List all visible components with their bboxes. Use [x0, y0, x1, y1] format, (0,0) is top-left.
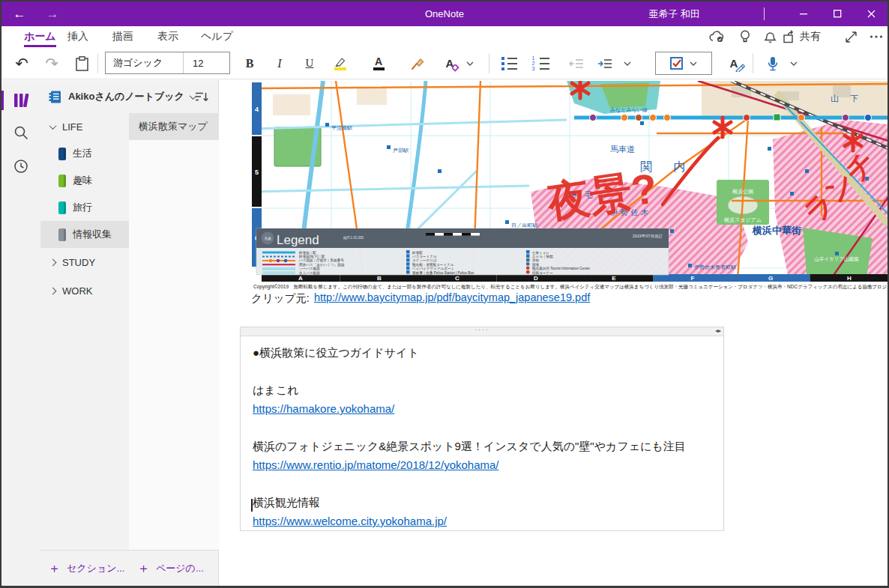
numbered-list-button[interactable]: 1 2 3 — [528, 51, 553, 76]
notifications-bell-icon[interactable] — [759, 28, 781, 46]
sort-icon[interactable] — [195, 91, 208, 103]
microphone-icon — [767, 56, 779, 71]
legend-item: 警察署｜交番 Police Station | Police Box — [412, 270, 474, 276]
section-group-study[interactable]: STUDY — [40, 248, 129, 276]
font-name-select[interactable]: 游ゴシック — [106, 56, 183, 70]
ink-editor-button[interactable]: A — [721, 51, 747, 76]
clipped-map-image[interactable]: みなとみらい線 関 内 馬車道 横浜中華街 山 下 野 毛 伊勢佐木 平沼橋駅 … — [252, 81, 888, 282]
minimize-icon — [800, 10, 808, 18]
section-group-label: WORK — [62, 285, 92, 297]
container-drag-handle[interactable]: ∙∙∙∙ ◂▸ — [241, 327, 723, 336]
undo-icon: ↶ — [15, 55, 28, 73]
share-button[interactable]: 共有 — [783, 28, 821, 46]
note-text-body[interactable]: ●横浜散策に役立つガイドサイト はまこれ https://hamakore.yo… — [241, 336, 723, 530]
legend-item: タクシーのりば — [412, 258, 437, 262]
legend-item: 学校 — [532, 258, 540, 262]
map-col-label: E — [612, 275, 616, 282]
note-text-container[interactable]: ∙∙∙∙ ◂▸ ●横浜散策に役立つガイドサイト はまこれ https://ham… — [240, 327, 724, 531]
add-page-label: ページの... — [156, 562, 204, 575]
map-label-hinodecho-sta: 日ノ出町駅 — [511, 222, 537, 228]
format-painter-button[interactable] — [405, 51, 430, 76]
underline-button[interactable]: U — [297, 51, 322, 76]
lightbulb-icon[interactable] — [734, 28, 756, 46]
tab-view[interactable]: 表示 — [157, 26, 178, 47]
tab-insert[interactable]: 挿入 — [67, 26, 88, 47]
sync-cloud-icon[interactable] — [706, 28, 729, 46]
close-icon — [867, 10, 876, 18]
redo-icon: ↷ — [45, 55, 58, 73]
paste-clipboard-icon — [76, 56, 88, 71]
redo-button[interactable]: ↷ — [39, 51, 64, 76]
paste-button[interactable] — [69, 51, 94, 76]
recent-notes-button[interactable] — [1, 151, 40, 181]
map-label-isezaki-chojamachi-sta: 伊勢佐木長者町駅 — [694, 264, 736, 270]
map-label-chinatown: 横浜中華街 — [752, 225, 801, 236]
map-col-label: A — [298, 275, 303, 282]
section-group-work[interactable]: WORK — [40, 276, 129, 305]
page-canvas[interactable]: みなとみらい線 関 内 馬車道 横浜中華街 山 下 野 毛 伊勢佐木 平沼橋駅 … — [220, 80, 888, 586]
resize-arrows-icon[interactable]: ◂▸ — [715, 327, 721, 334]
add-section-button[interactable]: ＋ セクション... — [40, 551, 130, 586]
notebook-header[interactable]: Akikoさんのノートブック — [40, 80, 219, 113]
note-line[interactable]: 横浜のフォトジェニック&絶景スポット9選！インスタで人気の"壁"やカフェにも注目 — [253, 437, 711, 455]
section-label: 情報収集 — [73, 228, 112, 241]
font-color-button[interactable]: A — [366, 51, 391, 76]
map-col-label: H — [847, 275, 852, 282]
note-blank-line[interactable] — [253, 362, 711, 381]
page-item-yokohama-map[interactable]: 横浜散策マップ — [129, 113, 219, 140]
tab-help[interactable]: ヘルプ — [201, 26, 233, 47]
section-color-tab — [58, 175, 66, 187]
highlighter-button[interactable] — [328, 51, 353, 76]
italic-button[interactable]: I — [267, 51, 292, 76]
add-page-button[interactable]: ＋ ページの... — [130, 551, 219, 586]
todo-tag-button[interactable] — [655, 52, 712, 75]
more-ellipsis-icon[interactable] — [865, 28, 888, 46]
note-link[interactable]: https://hamakore.yokohama/ — [253, 402, 394, 415]
note-blank-line[interactable] — [253, 418, 711, 437]
legend-revision: 2019年07月改訂 — [633, 234, 663, 239]
decrease-indent-button[interactable] — [564, 51, 589, 76]
increase-indent-button[interactable] — [592, 51, 618, 76]
section-item-ryoko[interactable]: 旅行 — [40, 194, 129, 221]
enter-fullscreen-icon[interactable] — [840, 28, 862, 46]
maximize-button[interactable] — [821, 1, 855, 26]
notebooks-button[interactable] — [1, 85, 40, 115]
styles-button[interactable]: A — [437, 51, 462, 76]
map-col-label: D — [534, 275, 538, 282]
undo-button[interactable]: ↶ — [9, 51, 34, 76]
map-col-label: B — [377, 275, 382, 282]
bullet-list-button[interactable] — [496, 51, 522, 76]
note-link[interactable]: https://www.rentio.jp/matome/2018/12/yok… — [253, 458, 499, 471]
bold-button[interactable]: B — [237, 51, 262, 76]
minimize-button[interactable] — [787, 1, 821, 26]
note-link[interactable]: https://www.welcome.city.yokohama.jp/ — [253, 515, 447, 527]
section-group-life[interactable]: LIFE — [40, 113, 129, 140]
clip-source-link[interactable]: http://www.baycitymap.jp/pdf/baycitymap_… — [314, 291, 590, 306]
ribbon-toolbar: ↶ ↷ 游ゴシック 12 B I U A A — [1, 47, 888, 79]
font-size-select[interactable]: 12 — [183, 52, 229, 73]
section-label: 生活 — [73, 147, 92, 160]
dictate-dropdown-chevron[interactable] — [786, 51, 802, 76]
note-line[interactable]: ●横浜散策に役立つガイドサイト — [253, 343, 711, 362]
close-button[interactable] — [855, 1, 888, 26]
styles-dropdown-chevron[interactable] — [462, 51, 478, 76]
note-line-with-caret[interactable]: 横浜観光情報 — [253, 496, 320, 509]
list-dropdown-chevron[interactable] — [619, 51, 636, 76]
search-button[interactable] — [1, 118, 40, 148]
section-item-seikatsu[interactable]: 生活 — [40, 140, 129, 167]
section-label: 旅行 — [73, 201, 92, 214]
section-color-tab — [58, 228, 66, 241]
dictate-button[interactable] — [760, 51, 786, 76]
styles-icon: A — [446, 57, 454, 70]
section-item-shumi[interactable]: 趣味 — [40, 167, 129, 194]
note-line[interactable]: はまこれ — [253, 381, 711, 399]
map-col-label: C — [455, 275, 459, 282]
plus-icon: ＋ — [48, 560, 61, 577]
map-col-label: F — [691, 275, 695, 282]
tab-home[interactable]: ホーム — [24, 26, 56, 47]
section-item-joho-shushu[interactable]: 情報収集 — [40, 221, 129, 248]
note-blank-line[interactable] — [253, 474, 711, 493]
tab-draw[interactable]: 描画 — [112, 26, 133, 47]
drag-dots-icon: ∙∙∙∙ — [474, 325, 489, 333]
section-group-label: LIFE — [62, 121, 82, 133]
